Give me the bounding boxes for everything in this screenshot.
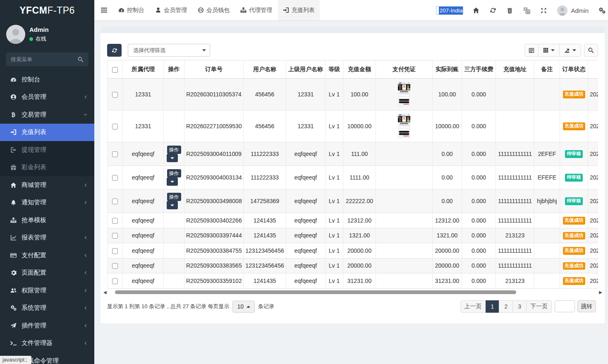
tab-充值列表[interactable]: 充值列表: [278, 0, 320, 20]
action-button[interactable]: 操作: [167, 146, 181, 154]
action-button[interactable]: 操作: [167, 193, 181, 201]
navbar-avatar[interactable]: [557, 5, 567, 16]
column-header-agent[interactable]: 所属代理: [123, 60, 164, 79]
row-checkbox[interactable]: [112, 263, 118, 269]
action-button[interactable]: 操作: [167, 169, 181, 177]
detail-view-button[interactable]: [524, 44, 539, 57]
table-row[interactable]: eqfqeeqf操作R2025093004003134111222333eqfq…: [108, 166, 598, 189]
sidebar-item-彩金列表[interactable]: 彩金列表: [0, 159, 94, 177]
sidebar-toggle-icon[interactable]: [94, 0, 113, 20]
column-header-level[interactable]: 等级: [326, 60, 343, 79]
export-button[interactable]: [559, 44, 581, 57]
avatar[interactable]: [6, 25, 25, 44]
column-header-created[interactable]: [588, 60, 598, 79]
column-header-parent[interactable]: 上级用户名称: [286, 60, 326, 79]
sidebar-item-通知管理[interactable]: 通知管理: [0, 194, 94, 212]
sidebar-item-控制台[interactable]: 控制台: [0, 71, 94, 89]
topbar-search-input[interactable]: 207-India: [436, 6, 463, 15]
page-size-dropdown[interactable]: 10: [232, 301, 255, 313]
column-header-address[interactable]: 充值地址: [496, 60, 534, 79]
sidebar-search-input[interactable]: [6, 56, 78, 62]
agent-filter-select[interactable]: 选择代理筛选: [128, 44, 210, 57]
table-row[interactable]: eqfqeeqfR20250930034022661241435eqfqeeqf…: [108, 213, 598, 228]
trash-icon[interactable]: [501, 7, 518, 14]
row-checkbox[interactable]: [112, 92, 118, 98]
row-checkbox[interactable]: [112, 218, 118, 224]
table-row[interactable]: eqfqeeqfR2025093003383565123123456456eqf…: [108, 258, 598, 273]
language-icon[interactable]: 文A: [518, 7, 535, 14]
tab-控制台[interactable]: 控制台: [113, 0, 149, 20]
column-header-order[interactable]: 订单号: [184, 60, 244, 79]
settings-gears-icon[interactable]: [597, 7, 607, 14]
action-caret-button[interactable]: [167, 177, 178, 186]
column-header-action[interactable]: 操作: [164, 60, 184, 79]
sidebar-item-充值列表[interactable]: 充值列表: [0, 124, 94, 141]
table-row[interactable]: eqfqeeqfR20250930033591021241435eqfqeeqf…: [108, 273, 598, 289]
row-checkbox[interactable]: [112, 124, 118, 129]
column-header-status[interactable]: 订单状态: [560, 60, 588, 79]
page-jump-input[interactable]: [555, 300, 575, 312]
page-button-2[interactable]: 2: [499, 300, 513, 313]
table-row[interactable]: eqfqeeqf操作R2025093004011009111222333eqfq…: [108, 142, 598, 166]
fullscreen-icon[interactable]: [535, 7, 552, 14]
search-icon[interactable]: [78, 57, 84, 62]
scroll-right-icon[interactable]: ▶: [599, 290, 602, 295]
sidebar-item-插件管理[interactable]: 插件管理: [0, 317, 94, 335]
column-header-amount[interactable]: 充值金额: [343, 60, 376, 79]
sidebar-item-页面配置[interactable]: 页面配置: [0, 264, 94, 282]
row-checkbox[interactable]: [112, 151, 118, 157]
row-checkbox[interactable]: [112, 248, 118, 254]
scroll-left-icon[interactable]: ◀: [103, 290, 107, 295]
tab-代理管理[interactable]: 代理管理: [235, 0, 277, 20]
next-page-button[interactable]: 下一页: [526, 300, 552, 313]
table-row[interactable]: 12331R202602271005953045645612331Lv 1100…: [108, 110, 598, 142]
column-header-voucher[interactable]: 支付凭证: [376, 60, 433, 79]
column-header-actual[interactable]: 实际到账: [433, 60, 462, 79]
table-row[interactable]: eqfqeeqf操作R2025093003498008147258369eqfq…: [108, 189, 598, 213]
sidebar-item-权限管理[interactable]: 权限管理: [0, 282, 94, 299]
row-checkbox[interactable]: [112, 199, 118, 204]
column-header-remark[interactable]: 备注: [534, 60, 560, 79]
column-header-user[interactable]: 用户名称: [244, 60, 286, 79]
page-button-3[interactable]: 3: [512, 300, 527, 313]
payment-voucher-image[interactable]: [398, 82, 410, 107]
cell-actual: 0.00: [433, 142, 462, 166]
action-caret-button[interactable]: [167, 201, 178, 209]
prev-page-button[interactable]: 上一页: [460, 300, 486, 313]
table-row[interactable]: eqfqeeqfR2025093003384755123123456456eqf…: [108, 243, 598, 259]
sidebar-item-报表管理[interactable]: 报表管理: [0, 229, 94, 247]
select-all-checkbox[interactable]: [112, 67, 118, 73]
table-row[interactable]: eqfqeeqfR20250930033974441241435eqfqeeqf…: [108, 228, 598, 243]
cell-user: 123123456456: [244, 258, 286, 273]
row-checkbox[interactable]: [112, 175, 118, 181]
tab-会员钱包[interactable]: 会员钱包: [193, 0, 235, 20]
brand-logo[interactable]: YFCMF-TP6: [0, 0, 94, 21]
table-row[interactable]: 12331R202603011030537445645612331Lv 1100…: [108, 79, 598, 110]
sidebar-item-交易管理[interactable]: 交易管理: [0, 106, 94, 124]
search-button[interactable]: [584, 44, 598, 57]
navbar-user-name[interactable]: Admin: [571, 7, 589, 14]
column-header-fee[interactable]: 三方手续费: [462, 60, 496, 79]
sidebar-item-系统管理[interactable]: 系统管理: [0, 299, 94, 317]
sidebar-item-支付配置[interactable]: 支付配置: [0, 247, 94, 264]
brand-rest: F-TP6: [47, 5, 74, 16]
cell-amount: 10000.00: [343, 110, 376, 142]
tab-会员管理[interactable]: 会员管理: [150, 0, 192, 20]
sidebar-item-会员管理[interactable]: 会员管理: [0, 89, 94, 106]
sidebar-item-文件管理器[interactable]: 文件管理器: [0, 335, 94, 352]
caret-down-icon: [202, 49, 206, 51]
scrollbar-thumb[interactable]: [115, 290, 516, 294]
row-checkbox[interactable]: [112, 233, 118, 239]
action-caret-button[interactable]: [167, 154, 178, 162]
page-button-1[interactable]: 1: [486, 300, 500, 313]
sidebar-item-商城管理[interactable]: 商城管理: [0, 176, 94, 194]
row-checkbox[interactable]: [112, 278, 118, 284]
sidebar-item-抢单模板[interactable]: 抢单模板: [0, 211, 94, 229]
refresh-button[interactable]: [107, 44, 122, 57]
page-jump-button[interactable]: 跳转: [577, 300, 596, 312]
refresh-icon[interactable]: [484, 7, 501, 14]
sidebar-item-提现管理[interactable]: 提现管理: [0, 141, 94, 159]
home-icon[interactable]: [467, 7, 484, 14]
payment-voucher-image[interactable]: [398, 114, 410, 139]
columns-button[interactable]: [538, 44, 560, 57]
